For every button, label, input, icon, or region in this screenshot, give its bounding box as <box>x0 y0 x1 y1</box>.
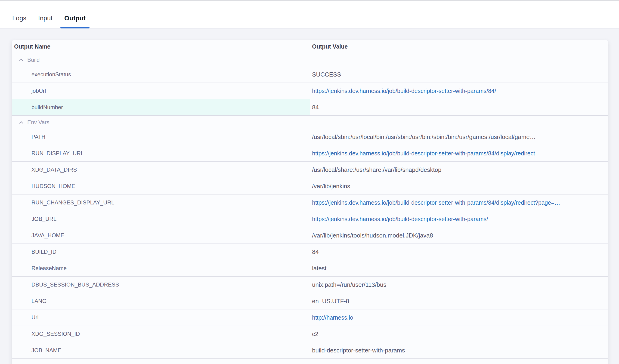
output-name-cell: executionStatus <box>12 66 310 83</box>
output-name-cell: PATH <box>12 129 310 145</box>
output-name-cell: JOB_NAME <box>12 342 310 358</box>
output-name-cell: JOB_URL <box>12 211 310 227</box>
output-value-link[interactable]: http://harness.io <box>312 314 353 321</box>
output-value-cell: http://harness.io <box>310 309 608 326</box>
chevron-up-icon <box>19 58 23 61</box>
output-value-link[interactable]: https://jenkins.dev.harness.io/job/build… <box>312 216 488 223</box>
column-header-output-value: Output Value <box>310 43 608 50</box>
table-row: ReleaseNamelatest <box>12 260 608 277</box>
table-row: LANGen_US.UTF-8 <box>12 293 608 309</box>
output-value-cell: https://jenkins.dev.harness.io/job/build… <box>310 145 608 161</box>
output-name-cell: XDG_SESSION_ID <box>12 326 310 342</box>
output-name-cell: HUDSON_HOME <box>12 178 310 194</box>
tab-logs[interactable]: Logs <box>8 8 30 28</box>
main-area: Output Name Output Value BuildexecutionS… <box>0 29 619 364</box>
table-header-row: Output Name Output Value <box>12 40 608 53</box>
output-value-cell: en_US.UTF-8 <box>310 293 608 309</box>
output-value-cell: SUCCESS <box>310 66 608 83</box>
output-value-cell: c2 <box>310 326 608 342</box>
table-row: HUDSON_HOME/var/lib/jenkins <box>12 178 608 195</box>
chevron-up-icon <box>19 121 23 124</box>
table-row: buildNumber84 <box>12 99 608 116</box>
output-value-link[interactable]: https://jenkins.dev.harness.io/job/build… <box>312 199 560 206</box>
table-row: PATH/usr/local/sbin:/usr/local/bin:/usr/… <box>12 129 608 145</box>
group-row-build[interactable]: Build <box>12 53 608 66</box>
output-name-cell: DBUS_SESSION_BUS_ADDRESS <box>12 277 310 293</box>
table-row: jobUrlhttps://jenkins.dev.harness.io/job… <box>12 83 608 99</box>
output-name-cell: JAVA_HOME <box>12 227 310 243</box>
output-value-cell: /var/lib/jenkins <box>310 178 608 194</box>
table-row: JAVA_HOME/var/lib/jenkins/tools/hudson.m… <box>12 227 608 244</box>
table-row: JOB_URLhttps://jenkins.dev.harness.io/jo… <box>12 211 608 227</box>
output-value-cell: latest <box>310 260 608 276</box>
tab-input[interactable]: Input <box>34 8 56 28</box>
table-row: BUILD_ID84 <box>12 244 608 260</box>
table-row: XDG_SESSION_IDc2 <box>12 326 608 342</box>
output-card: Output Name Output Value BuildexecutionS… <box>12 40 608 364</box>
table-row: RUN_DISPLAY_URLhttps://jenkins.dev.harne… <box>12 145 608 162</box>
output-value-cell: /usr/local/sbin:/usr/local/bin:/usr/sbin… <box>310 129 608 145</box>
table-row: JOB_NAMEbuild-descriptor-setter-with-par… <box>12 342 608 359</box>
output-name-cell: RUN_CHANGES_DISPLAY_URL <box>12 195 310 211</box>
output-table-body: BuildexecutionStatusSUCCESSjobUrlhttps:/… <box>12 53 608 359</box>
group-label: Build <box>27 57 40 63</box>
tab-bar: Logs Input Output <box>0 0 619 28</box>
output-value-cell: /var/lib/jenkins/tools/hudson.model.JDK/… <box>310 227 608 243</box>
output-value-link[interactable]: https://jenkins.dev.harness.io/job/build… <box>312 150 535 157</box>
tab-output[interactable]: Output <box>60 8 89 28</box>
table-row: executionStatusSUCCESS <box>12 66 608 83</box>
output-value-cell: https://jenkins.dev.harness.io/job/build… <box>310 83 608 99</box>
output-value-cell: /usr/local/share:/usr/share:/var/lib/sna… <box>310 162 608 178</box>
output-name-cell: XDG_DATA_DIRS <box>12 162 310 178</box>
output-name-cell: buildNumber <box>12 99 310 115</box>
output-value-cell: unix:path=/run/user/113/bus <box>310 277 608 293</box>
output-value-link[interactable]: https://jenkins.dev.harness.io/job/build… <box>312 88 496 94</box>
output-name-cell: ReleaseName <box>12 260 310 276</box>
output-value-cell: https://jenkins.dev.harness.io/job/build… <box>310 195 608 211</box>
output-name-cell: RUN_DISPLAY_URL <box>12 145 310 161</box>
output-name-cell: Url <box>12 309 310 326</box>
table-row: DBUS_SESSION_BUS_ADDRESSunix:path=/run/u… <box>12 277 608 293</box>
output-value-cell: https://jenkins.dev.harness.io/job/build… <box>310 211 608 227</box>
table-row: Urlhttp://harness.io <box>12 309 608 326</box>
group-label: Env Vars <box>27 119 50 126</box>
output-name-cell: jobUrl <box>12 83 310 99</box>
group-row-env-vars[interactable]: Env Vars <box>12 116 608 129</box>
output-value-cell: 84 <box>310 244 608 260</box>
output-value-cell: build-descriptor-setter-with-params <box>310 342 608 358</box>
table-row: RUN_CHANGES_DISPLAY_URLhttps://jenkins.d… <box>12 195 608 211</box>
table-row: XDG_DATA_DIRS/usr/local/share:/usr/share… <box>12 162 608 178</box>
output-name-cell: BUILD_ID <box>12 244 310 260</box>
column-header-output-name: Output Name <box>12 43 310 50</box>
output-name-cell: LANG <box>12 293 310 309</box>
output-value-cell: 84 <box>310 99 608 115</box>
